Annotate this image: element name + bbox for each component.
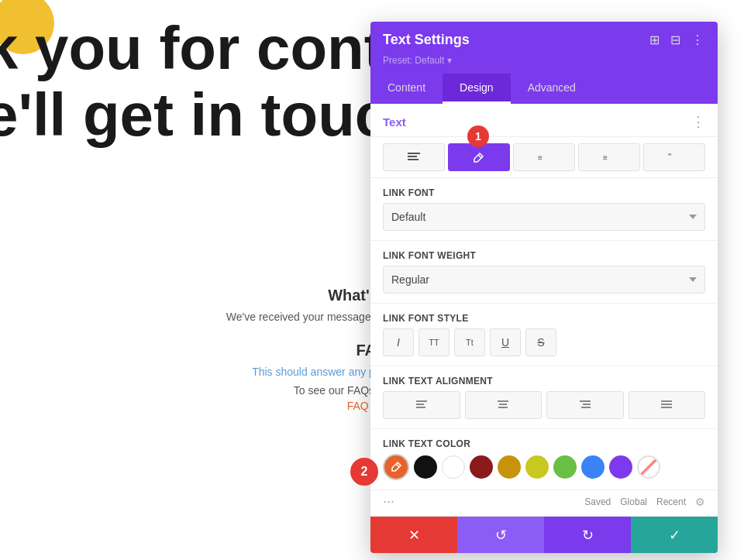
- align-left[interactable]: [383, 391, 460, 419]
- panel-body: Text ⋮ ≡ ≡ " Link Font Defaul: [370, 104, 718, 516]
- color-swatches-row: [383, 454, 705, 480]
- swatch-green[interactable]: [553, 455, 577, 479]
- saved-label[interactable]: Saved: [584, 496, 611, 507]
- text-section-title: Text: [383, 115, 406, 129]
- align-right[interactable]: [546, 391, 624, 419]
- svg-rect-17: [661, 404, 672, 405]
- format-tab-link[interactable]: [448, 143, 510, 171]
- hero-text: k you for cont e'll get in touc: [0, 15, 388, 149]
- global-label[interactable]: Global: [620, 496, 647, 507]
- link-font-group: Link Font Default Open Sans Roboto: [370, 178, 718, 241]
- svg-rect-13: [580, 400, 591, 402]
- save-button[interactable]: ✓: [631, 517, 718, 553]
- link-font-select[interactable]: Default Open Sans Roboto: [383, 203, 705, 231]
- style-underline[interactable]: U: [490, 328, 521, 356]
- tab-design[interactable]: Design: [443, 74, 511, 104]
- panel-header: Text Settings ⊞ ⊟ ⋮ Preset: Default ▾: [370, 22, 718, 74]
- preset-selector[interactable]: Preset: Default ▾: [383, 55, 705, 66]
- svg-rect-11: [499, 404, 507, 405]
- link-font-label: Link Font: [383, 187, 705, 198]
- swatch-black[interactable]: [414, 455, 437, 479]
- format-tab-quote[interactable]: ": [643, 143, 705, 171]
- link-font-style-group: Link Font Style I TT Tt U S: [370, 304, 718, 366]
- svg-line-3: [478, 155, 481, 158]
- saved-row: ··· Saved Global Recent ⚙: [370, 490, 718, 516]
- redo-button[interactable]: ↻: [544, 517, 631, 553]
- svg-text:≡: ≡: [538, 153, 542, 162]
- panel-grid-icon[interactable]: ⊟: [669, 31, 682, 49]
- format-tab-text[interactable]: [383, 143, 445, 171]
- text-section-header: Text ⋮: [370, 104, 718, 137]
- link-font-style-label: Link Font Style: [383, 313, 705, 324]
- style-italic[interactable]: I: [383, 328, 414, 356]
- svg-rect-1: [408, 156, 417, 157]
- svg-rect-16: [661, 400, 672, 402]
- svg-rect-15: [581, 407, 591, 408]
- align-buttons: [383, 391, 705, 419]
- badge-1: 1: [467, 125, 489, 147]
- link-text-color-group: Link Text Color: [370, 429, 718, 490]
- svg-rect-18: [661, 407, 672, 408]
- text-settings-panel: Text Settings ⊞ ⊟ ⋮ Preset: Default ▾ Co…: [370, 22, 718, 553]
- cancel-button[interactable]: ✕: [370, 517, 457, 553]
- format-tabs: ≡ ≡ ": [370, 137, 718, 178]
- svg-rect-8: [416, 404, 424, 405]
- align-center[interactable]: [465, 391, 542, 419]
- svg-rect-9: [416, 407, 425, 408]
- format-tab-ul[interactable]: ≡: [578, 143, 640, 171]
- link-text-color-label: Link Text Color: [383, 438, 705, 449]
- swatch-eraser[interactable]: [637, 455, 660, 479]
- svg-text:": ": [668, 153, 671, 162]
- link-font-weight-label: Link Font Weight: [383, 250, 705, 261]
- panel-header-icons: ⊞ ⊟ ⋮: [648, 31, 705, 49]
- panel-title: Text Settings: [383, 32, 470, 48]
- swatch-purple[interactable]: [609, 455, 632, 479]
- style-buttons: I TT Tt U S: [383, 328, 705, 356]
- tab-advanced[interactable]: Advanced: [511, 74, 593, 104]
- svg-rect-10: [498, 400, 508, 402]
- link-text-alignment-group: Link Text Alignment: [370, 366, 718, 429]
- style-all-caps[interactable]: TT: [418, 328, 450, 356]
- swatch-dark-red[interactable]: [470, 455, 493, 479]
- svg-line-19: [396, 464, 399, 467]
- swatch-yellow[interactable]: [525, 455, 549, 479]
- swatch-blue[interactable]: [581, 455, 604, 479]
- style-strikethrough[interactable]: S: [525, 328, 556, 356]
- recent-label[interactable]: Recent: [656, 496, 686, 507]
- align-justify[interactable]: [629, 391, 706, 419]
- color-active-pen[interactable]: [383, 454, 409, 480]
- svg-rect-2: [408, 159, 418, 160]
- swatch-gold[interactable]: [498, 455, 521, 479]
- panel-expand-icon[interactable]: ⊞: [648, 31, 661, 49]
- svg-rect-0: [408, 153, 420, 154]
- panel-more-icon[interactable]: ⋮: [690, 31, 705, 49]
- panel-tabs: Content Design Advanced: [370, 74, 718, 104]
- link-text-alignment-label: Link Text Alignment: [383, 376, 705, 387]
- svg-rect-12: [498, 407, 508, 408]
- panel-footer: ✕ ↺ ↻ ✓: [370, 516, 718, 553]
- link-font-weight-select[interactable]: Regular Bold Light: [383, 266, 705, 294]
- saved-dots[interactable]: ···: [383, 493, 394, 510]
- tab-content[interactable]: Content: [370, 74, 443, 104]
- link-font-weight-group: Link Font Weight Regular Bold Light: [370, 241, 718, 304]
- style-capitalize[interactable]: Tt: [454, 328, 485, 356]
- svg-rect-7: [416, 400, 427, 402]
- badge-2: 2: [350, 458, 378, 486]
- format-tab-ol[interactable]: ≡: [513, 143, 575, 171]
- svg-rect-14: [583, 404, 591, 405]
- section-more-btn[interactable]: ⋮: [691, 113, 705, 130]
- panel-header-top: Text Settings ⊞ ⊟ ⋮: [383, 31, 705, 49]
- undo-button[interactable]: ↺: [457, 517, 544, 553]
- swatch-white[interactable]: [442, 455, 465, 479]
- saved-gear-icon[interactable]: ⚙: [695, 496, 705, 508]
- svg-text:≡: ≡: [603, 153, 608, 162]
